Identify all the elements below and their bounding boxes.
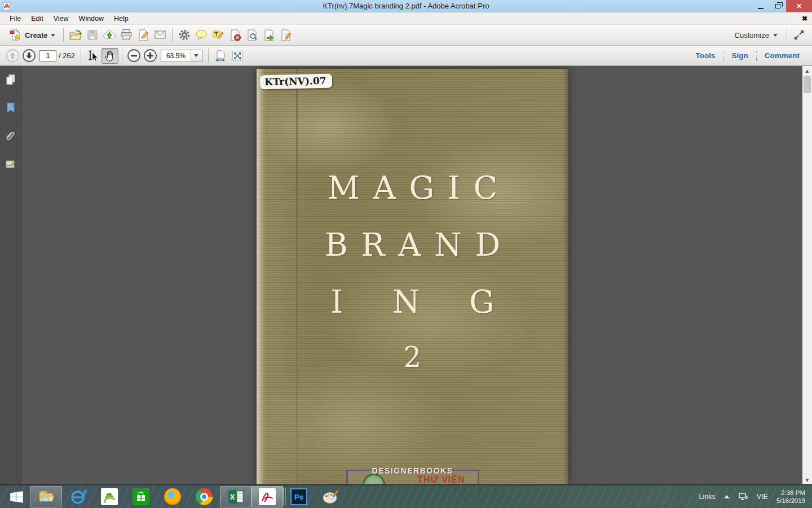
vertical-scrollbar[interactable]: ▲ ▼: [802, 66, 812, 484]
attachments-button[interactable]: [3, 128, 19, 144]
menu-edit[interactable]: Edit: [26, 13, 48, 24]
book-title-line-1: MAGIC: [257, 159, 568, 216]
customize-button[interactable]: Customize: [729, 29, 783, 42]
system-tray: Links VIE 2:38 PM 5/16/2019: [699, 489, 812, 505]
scroll-down-icon[interactable]: ▼: [802, 475, 812, 484]
book-title-line-3: I N G: [257, 273, 568, 330]
title-bar: KTr(nv).7Magic branding 2.pdf - Adobe Ac…: [0, 0, 812, 12]
signature-icon: [5, 158, 17, 170]
library-stamp-text: THƯ VIỆN: [417, 475, 465, 484]
gear-icon: [178, 29, 191, 41]
window-title: KTr(nv).7Magic branding 2.pdf - Adobe Ac…: [0, 2, 812, 10]
taskbar-chrome[interactable]: [188, 486, 220, 507]
close-document-icon[interactable]: ✖: [802, 15, 807, 23]
book-title: MAGIC BRAND I N G 2: [257, 159, 568, 384]
chevron-down-icon: [773, 34, 778, 37]
taskbar-internet-explorer[interactable]: [62, 486, 94, 507]
scrolling-mode-button[interactable]: [212, 47, 229, 64]
menu-help[interactable]: Help: [109, 13, 134, 24]
zoom-dropdown-button[interactable]: [191, 50, 202, 62]
navigation-toolbar: / 262 63.5%: [0, 46, 812, 66]
hand-tool-button[interactable]: [102, 48, 118, 64]
excel-icon: X: [227, 488, 245, 506]
close-icon: ✕: [796, 2, 802, 10]
fill-sign-form-button[interactable]: [277, 27, 294, 43]
taskbar-acrobat[interactable]: [251, 486, 283, 507]
taskbar-wifi-tool[interactable]: [94, 486, 125, 507]
next-page-button[interactable]: [22, 49, 36, 63]
taskbar-windows-store[interactable]: [125, 486, 157, 507]
menu-window[interactable]: Window: [74, 13, 109, 24]
zoom-in-button[interactable]: [143, 49, 157, 63]
windows-taskbar: X Ps: [0, 484, 812, 508]
arrow-down-circle-icon: [22, 49, 36, 63]
clock-date: 5/16/2019: [776, 497, 805, 505]
save-button[interactable]: [84, 27, 101, 43]
open-button[interactable]: [67, 27, 84, 43]
print-button[interactable]: [118, 27, 135, 43]
main-toolbar: Create: [0, 25, 812, 46]
toolbar-separator: [63, 28, 64, 42]
scrollbar-thumb[interactable]: [804, 76, 811, 93]
export-page-button[interactable]: [261, 27, 277, 43]
select-tool-icon: [86, 49, 100, 63]
publisher-name: DESIGNERBOOKS: [257, 466, 568, 475]
search-page-button[interactable]: [244, 27, 261, 43]
start-button[interactable]: [2, 486, 30, 507]
bookmarks-button[interactable]: [3, 100, 19, 116]
book-title-number: 2: [257, 330, 568, 384]
scroll-up-icon[interactable]: ▲: [802, 66, 812, 75]
page-thumbnails-icon: [5, 73, 17, 86]
preferences-button[interactable]: [176, 27, 193, 43]
taskbar-file-explorer[interactable]: [30, 486, 62, 507]
taskbar-excel[interactable]: X: [220, 486, 251, 507]
paperclip-icon: [5, 130, 17, 142]
save-icon: [86, 29, 99, 41]
taskbar-firefox[interactable]: [157, 486, 188, 507]
network-icon[interactable]: [738, 492, 748, 502]
plus-circle-icon: [143, 49, 157, 63]
upload-button[interactable]: [101, 27, 118, 43]
create-pdf-icon: [9, 29, 21, 41]
book-title-line-2: BRAND: [257, 216, 568, 273]
delete-page-icon: [229, 29, 242, 42]
delete-pages-button[interactable]: [227, 27, 244, 43]
fit-page-button[interactable]: [229, 47, 246, 64]
pdf-viewer[interactable]: KTr(NV).07 MAGIC BRAND I N G 2 DESIGNERB…: [21, 66, 802, 484]
menu-file[interactable]: File: [5, 13, 26, 24]
highlight-text-button[interactable]: [210, 27, 227, 43]
page-number-input[interactable]: [39, 50, 56, 62]
taskbar-photoshop[interactable]: Ps: [283, 486, 315, 507]
close-button[interactable]: ✕: [786, 0, 812, 12]
menu-view[interactable]: View: [48, 13, 74, 24]
comment-panel-button[interactable]: Comment: [757, 48, 807, 63]
library-call-number-label: KTr(NV).07: [260, 74, 332, 90]
zoom-level-select[interactable]: 63.5%: [161, 50, 202, 62]
reading-mode-button[interactable]: [791, 27, 807, 43]
create-button-label: Create: [25, 31, 47, 40]
email-button[interactable]: [152, 27, 169, 43]
comment-button[interactable]: [193, 27, 210, 43]
restore-button[interactable]: [769, 0, 786, 12]
links-toolbar-label[interactable]: Links: [699, 493, 715, 501]
previous-page-button[interactable]: [6, 49, 20, 63]
language-indicator[interactable]: VIE: [757, 493, 768, 501]
navigation-pane-rail: [0, 66, 21, 484]
sign-page-button[interactable]: [135, 27, 152, 43]
fit-page-icon: [231, 49, 244, 63]
sign-panel-button[interactable]: Sign: [723, 48, 756, 63]
select-tool-button[interactable]: [85, 48, 102, 64]
create-button[interactable]: Create: [5, 27, 60, 43]
arrow-up-circle-icon: [6, 49, 20, 63]
firefox-icon: [164, 488, 181, 505]
taskbar-paint[interactable]: [315, 486, 346, 507]
page-thumbnails-button[interactable]: [3, 72, 19, 87]
zoom-out-button[interactable]: [127, 49, 141, 63]
signatures-button[interactable]: [3, 156, 19, 172]
tools-panel-button[interactable]: Tools: [687, 48, 723, 63]
clock[interactable]: 2:38 PM 5/16/2019: [776, 489, 805, 505]
bookmark-icon: [5, 102, 17, 114]
minimize-button[interactable]: [752, 0, 769, 12]
show-hidden-icons-icon[interactable]: [724, 495, 730, 498]
fit-width-icon: [214, 49, 227, 63]
